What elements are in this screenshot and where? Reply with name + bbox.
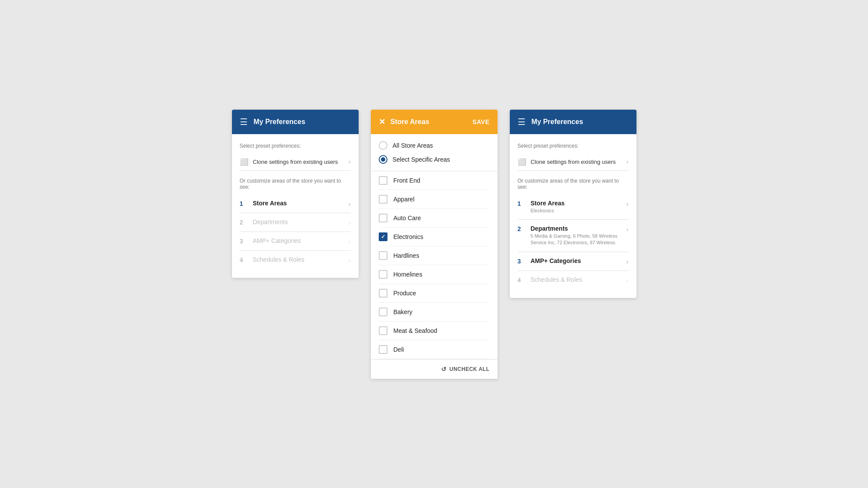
settings-item-store-areas-left[interactable]: 1 Store Areas ›	[240, 194, 351, 213]
check-label-hardlines: Hardlines	[394, 252, 419, 259]
panel-middle: ✕ Store Areas SAVE All Store Areas Selec…	[371, 110, 498, 379]
customize-label-right: Or customize areas of the store you want…	[518, 178, 629, 190]
radio-section: All Store Areas Select Specific Areas	[371, 134, 498, 171]
checkbox-meat-seafood[interactable]	[379, 326, 387, 335]
chevron-4-right: ›	[626, 277, 629, 284]
item-title-1-left: Store Areas	[253, 200, 346, 207]
checkbox-produce[interactable]	[379, 289, 387, 298]
item-title-4-right: Schedules & Roles	[531, 276, 624, 283]
check-row-homelines[interactable]: Homelines	[379, 265, 490, 284]
checklist: Front End Apparel Auto Care ✓ Electronic…	[371, 171, 498, 359]
settings-list-right: 1 Store Areas Electronics › 2 Department…	[518, 194, 629, 289]
check-row-frontend[interactable]: Front End	[379, 171, 490, 190]
item-title-2-right: Departments	[531, 225, 624, 232]
panel-right-header: ☰ My Preferences	[510, 110, 636, 134]
item-title-4-left: Schedules & Roles	[253, 256, 346, 263]
item-title-2-left: Departments	[253, 218, 346, 225]
check-row-autocare[interactable]: Auto Care	[379, 209, 490, 228]
radio-label-all: All Store Areas	[393, 142, 433, 149]
radio-inner-specific	[381, 157, 385, 162]
item-number-2-left: 2	[240, 219, 249, 226]
checkbox-deli[interactable]	[379, 345, 387, 354]
check-label-electronics: Electronics	[394, 233, 423, 240]
settings-item-schedules-left[interactable]: 4 Schedules & Roles ›	[240, 251, 351, 269]
settings-item-departments-left[interactable]: 2 Departments ›	[240, 213, 351, 232]
refresh-icon: ↺	[441, 366, 447, 373]
close-icon[interactable]: ✕	[379, 117, 385, 127]
save-button[interactable]: SAVE	[472, 118, 489, 125]
check-row-apparel[interactable]: Apparel	[379, 190, 490, 209]
checkbox-autocare[interactable]	[379, 214, 387, 222]
settings-list-left: 1 Store Areas › 2 Departments › 3	[240, 194, 351, 269]
item-number-2-right: 2	[518, 225, 527, 232]
chevron-2-left: ›	[349, 219, 351, 226]
settings-item-amp-left[interactable]: 3 AMP+ Categories ›	[240, 232, 351, 251]
radio-circle-specific	[379, 155, 387, 164]
clone-row-left[interactable]: ⬜ Clone settings from existing users ›	[240, 153, 351, 171]
panel-left: ☰ My Preferences Select preset preferenc…	[232, 110, 359, 278]
check-label-deli: Deli	[394, 346, 404, 353]
settings-item-departments-right[interactable]: 2 Departments 5 Media & Gaming, 6 Photo,…	[518, 220, 629, 252]
settings-item-schedules-right[interactable]: 4 Schedules & Roles ›	[518, 271, 629, 289]
panel-middle-title: Store Areas	[391, 118, 473, 126]
panel-middle-header: ✕ Store Areas SAVE	[371, 110, 498, 134]
settings-item-amp-right[interactable]: 3 AMP+ Categories ›	[518, 252, 629, 271]
checkbox-frontend[interactable]	[379, 176, 387, 185]
checkmark-electronics: ✓	[381, 234, 385, 240]
chevron-4-left: ›	[349, 257, 351, 264]
check-label-apparel: Apparel	[394, 196, 415, 203]
clone-label-left: Clone settings from existing users	[253, 159, 349, 165]
chevron-1-right: ›	[626, 201, 629, 208]
checkbox-electronics[interactable]: ✓	[379, 232, 387, 241]
copy-icon-left: ⬜	[240, 158, 249, 166]
screen-container: ☰ My Preferences Select preset preferenc…	[214, 92, 654, 396]
hamburger-icon-right: ☰	[518, 117, 526, 127]
panel-right: ☰ My Preferences Select preset preferenc…	[510, 110, 636, 298]
check-label-homelines: Homelines	[394, 271, 422, 278]
hamburger-icon: ☰	[240, 117, 248, 127]
checkbox-homelines[interactable]	[379, 270, 387, 279]
radio-all-store-areas[interactable]: All Store Areas	[379, 141, 490, 150]
uncheck-all-button[interactable]: ↺ UNCHECK ALL	[441, 366, 489, 373]
item-number-3-right: 3	[518, 258, 527, 265]
bottom-bar: ↺ UNCHECK ALL	[371, 359, 498, 379]
chevron-clone-left: ›	[349, 158, 351, 165]
chevron-3-left: ›	[349, 238, 351, 245]
uncheck-all-label: UNCHECK ALL	[450, 366, 490, 372]
panel-left-body: Select preset preferences: ⬜ Clone setti…	[232, 134, 359, 278]
item-number-3-left: 3	[240, 238, 249, 245]
check-row-produce[interactable]: Produce	[379, 284, 490, 303]
item-number-4-right: 4	[518, 277, 527, 284]
copy-icon-right: ⬜	[518, 158, 526, 166]
chevron-2-right: ›	[626, 226, 629, 233]
check-row-bakery[interactable]: Bakery	[379, 303, 490, 322]
item-title-1-right: Store Areas	[531, 200, 624, 207]
clone-label-right: Clone settings from existing users	[531, 159, 626, 165]
radio-select-specific[interactable]: Select Specific Areas	[379, 155, 490, 164]
checkbox-bakery[interactable]	[379, 308, 387, 316]
item-number-1-right: 1	[518, 200, 527, 207]
panel-left-header: ☰ My Preferences	[232, 110, 359, 134]
check-row-hardlines[interactable]: Hardlines	[379, 246, 490, 265]
panel-right-body: Select preset preferences: ⬜ Clone setti…	[510, 134, 636, 298]
item-number-1-left: 1	[240, 200, 249, 207]
check-label-bakery: Bakery	[394, 308, 413, 315]
chevron-3-right: ›	[626, 258, 629, 265]
check-row-meat-seafood[interactable]: Meat & Seafood	[379, 322, 490, 340]
panel-left-title: My Preferences	[254, 118, 305, 126]
checkbox-apparel[interactable]	[379, 195, 387, 204]
clone-row-right[interactable]: ⬜ Clone settings from existing users ›	[518, 153, 629, 171]
item-subtitle-2-right: 5 Media & Gaming, 6 Photo, 58 Wireless S…	[531, 233, 624, 246]
item-number-4-left: 4	[240, 256, 249, 263]
preset-label-right: Select preset preferences:	[518, 143, 629, 149]
preset-label-left: Select preset preferences:	[240, 143, 351, 149]
customize-label-left: Or customize areas of the store you want…	[240, 178, 351, 190]
checkbox-hardlines[interactable]	[379, 251, 387, 260]
check-label-produce: Produce	[394, 290, 416, 297]
check-row-electronics[interactable]: ✓ Electronics	[379, 228, 490, 246]
check-label-frontend: Front End	[394, 177, 420, 184]
item-subtitle-1-right: Electronics	[531, 208, 624, 214]
check-row-deli[interactable]: Deli	[379, 340, 490, 359]
settings-item-store-areas-right[interactable]: 1 Store Areas Electronics ›	[518, 194, 629, 220]
chevron-clone-right: ›	[626, 158, 629, 165]
